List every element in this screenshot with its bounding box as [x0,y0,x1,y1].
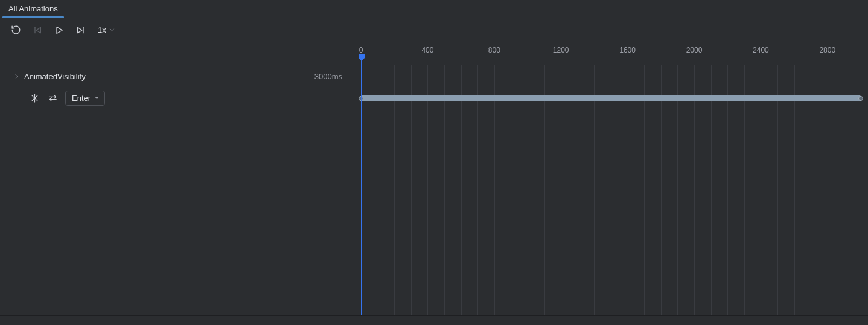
play-icon [54,25,64,35]
trigger-label: Enter [72,94,91,103]
tab-label: All Animations [8,4,58,13]
animation-tree: AnimatedVisibility 3000ms Enter [0,65,351,109]
animation-bar[interactable] [361,95,861,101]
ruler-tick-label: 1600 [619,46,636,54]
chevron-right-icon[interactable] [12,72,21,80]
ruler-tick-label: 800 [488,46,500,54]
animation-name: AnimatedVisibility [24,72,86,81]
svg-marker-11 [95,97,98,99]
ruler-tick-label: 400 [421,46,433,54]
svg-marker-1 [36,27,40,33]
timeline-ruler[interactable]: 040080012001600200024002800 [351,42,868,65]
chevron-down-icon [109,27,115,33]
toolbar: 1x [0,18,868,42]
playhead-handle-icon [358,53,365,62]
triangle-down-icon [94,95,100,101]
bar-end-handle[interactable] [858,96,863,101]
animation-row[interactable]: AnimatedVisibility 3000ms [0,65,351,87]
left-ruler-spacer [0,42,351,65]
speed-select[interactable]: 1x [95,25,118,34]
speed-label: 1x [98,25,106,34]
ruler-tick-label: 1200 [553,46,569,54]
trigger-select[interactable]: Enter [65,91,105,106]
ruler-labels: 040080012001600200024002800 [351,46,868,57]
step-forward-icon [76,25,86,35]
svg-marker-2 [57,27,62,33]
status-bar [0,315,868,325]
reset-button[interactable] [8,23,23,37]
timeline-body[interactable] [351,65,868,315]
ruler-tick-label: 2000 [686,46,703,54]
ruler-tick-label: 2400 [753,46,769,54]
step-forward-button[interactable] [74,23,88,37]
svg-marker-3 [78,27,82,33]
swap-icon[interactable] [47,92,58,103]
reset-icon [11,25,21,35]
main: AnimatedVisibility 3000ms Enter [0,42,868,315]
freeze-icon[interactable] [29,92,40,103]
left-pane: AnimatedVisibility 3000ms Enter [0,42,351,315]
animation-sub-row: Enter [0,87,351,109]
ruler-tick-label: 2800 [819,46,835,54]
playhead[interactable] [361,54,362,315]
right-pane: 040080012001600200024002800 [351,42,868,315]
play-button[interactable] [52,23,66,37]
animation-bar-row [351,87,868,109]
step-back-icon [33,25,42,35]
step-back-button[interactable] [30,23,45,37]
animation-duration: 3000ms [314,72,342,81]
tab-all-animations[interactable]: All Animations [0,0,66,18]
tabbar: All Animations [0,0,868,18]
